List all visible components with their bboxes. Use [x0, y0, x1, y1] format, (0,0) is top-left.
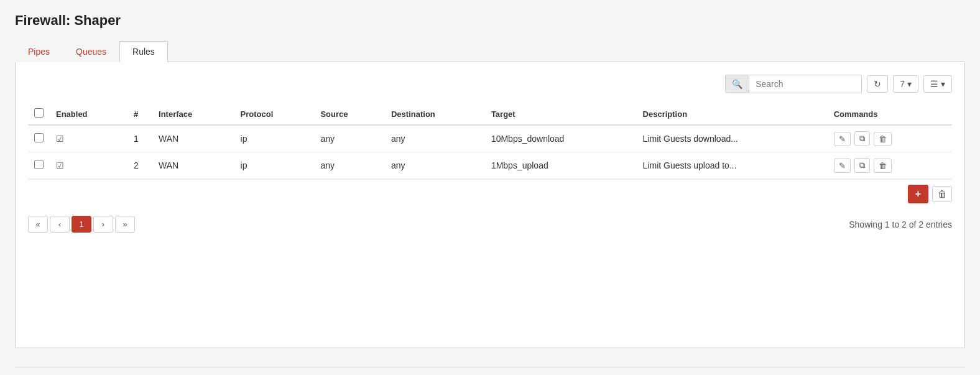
page-current-button[interactable]: 1 [72, 216, 91, 233]
row-num-1: 2 [127, 152, 152, 179]
delete-selected-button[interactable]: 🗑 [932, 186, 952, 202]
row-checkbox-cell [28, 125, 50, 152]
select-all-checkbox[interactable] [34, 108, 44, 118]
row-description-0: Limit Guests download... [637, 125, 828, 152]
refresh-button[interactable]: ↻ [867, 75, 888, 93]
chevron-down-icon: ▾ [907, 79, 912, 89]
toolbar: 🔍 ↻ 7 ▾ ☰ ▾ [28, 75, 952, 93]
delete-btn-0[interactable]: 🗑 [874, 132, 892, 146]
columns-button[interactable]: ☰ ▾ [923, 75, 952, 93]
copy-btn-1[interactable]: ⧉ [854, 158, 870, 173]
th-description: Description [637, 103, 828, 125]
row-interface-0: WAN [152, 125, 234, 152]
row-target-1: 1Mbps_upload [485, 152, 637, 179]
table-footer: « ‹ 1 › » Showing 1 to 2 of 2 entries [28, 216, 952, 233]
enabled-checkmark-0: ☑ [56, 134, 64, 144]
row-target-0: 10Mbps_download [485, 125, 637, 152]
th-enabled: Enabled [50, 103, 127, 125]
row-commands-0: ✎ ⧉ 🗑 [828, 125, 952, 152]
copy-btn-0[interactable]: ⧉ [854, 131, 870, 146]
table-row: ☑ 2 WAN ip any any 1Mbps_upload Limit Gu… [28, 152, 952, 179]
search-icon-button[interactable]: 🔍 [726, 75, 749, 93]
count-dropdown[interactable]: 7 ▾ [893, 75, 918, 93]
table-row: ☑ 1 WAN ip any any 10Mbps_download Limit… [28, 125, 952, 152]
page-last-button[interactable]: » [115, 216, 135, 233]
th-target: Target [485, 103, 637, 125]
row-checkbox-1[interactable] [34, 160, 44, 169]
row-enabled-1: ☑ [50, 152, 127, 179]
row-destination-1: any [385, 152, 485, 179]
rules-table: Enabled # Interface Protocol Source Dest… [28, 103, 952, 179]
table-header-row: Enabled # Interface Protocol Source Dest… [28, 103, 952, 125]
page-title: Firewall: Shaper [15, 12, 965, 29]
th-destination: Destination [385, 103, 485, 125]
tab-queues[interactable]: Queues [63, 41, 119, 62]
row-protocol-1: ip [234, 152, 315, 179]
columns-icon: ☰ [930, 79, 938, 89]
th-select-all [28, 103, 50, 125]
search-input[interactable] [749, 75, 861, 93]
row-enabled-0: ☑ [50, 125, 127, 152]
th-commands: Commands [828, 103, 952, 125]
refresh-icon: ↻ [874, 79, 881, 89]
th-protocol: Protocol [234, 103, 315, 125]
row-destination-0: any [385, 125, 485, 152]
edit-btn-0[interactable]: ✎ [834, 132, 851, 146]
page-first-button[interactable]: « [28, 216, 48, 233]
pagination: « ‹ 1 › » [28, 216, 135, 233]
bottom-bar: Apply Reset [15, 367, 965, 375]
page-prev-button[interactable]: ‹ [50, 216, 70, 233]
tab-pipes[interactable]: Pipes [15, 41, 63, 62]
showing-entries-text: Showing 1 to 2 of 2 entries [849, 220, 952, 229]
add-row: + 🗑 [28, 179, 952, 208]
chevron-down-icon2: ▾ [941, 79, 945, 89]
row-checkbox-cell [28, 152, 50, 179]
row-checkbox-0[interactable] [34, 133, 44, 142]
row-num-0: 1 [127, 125, 152, 152]
page-next-button[interactable]: › [93, 216, 113, 233]
tab-rules[interactable]: Rules [119, 41, 168, 62]
row-commands-1: ✎ ⧉ 🗑 [828, 152, 952, 179]
row-source-0: any [314, 125, 385, 152]
search-box: 🔍 [725, 75, 862, 93]
row-description-1: Limit Guests upload to... [637, 152, 828, 179]
tabs-bar: Pipes Queues Rules [15, 41, 965, 62]
row-protocol-0: ip [234, 125, 315, 152]
th-number: # [127, 103, 152, 125]
th-source: Source [314, 103, 385, 125]
edit-btn-1[interactable]: ✎ [834, 159, 851, 173]
delete-btn-1[interactable]: 🗑 [874, 159, 892, 173]
content-panel: 🔍 ↻ 7 ▾ ☰ ▾ Enabled [15, 62, 965, 348]
enabled-checkmark-1: ☑ [56, 160, 64, 170]
add-rule-button[interactable]: + [908, 185, 928, 203]
row-interface-1: WAN [152, 152, 234, 179]
th-interface: Interface [152, 103, 234, 125]
row-source-1: any [314, 152, 385, 179]
count-label: 7 [900, 79, 905, 89]
